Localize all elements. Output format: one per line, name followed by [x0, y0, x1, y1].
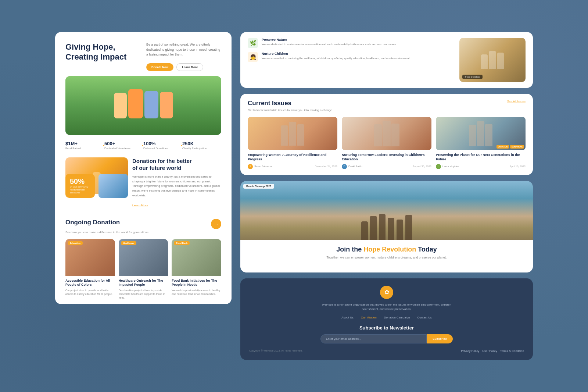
- hero-section: Giving Hope, Creating Impact Be a part o…: [65, 42, 221, 135]
- card-image-2: Healthcare: [119, 239, 168, 276]
- author-name-2: David Smith: [348, 165, 362, 168]
- card-tag-1: Education: [68, 241, 83, 245]
- issue-image-1: [248, 117, 337, 150]
- issue-title-3: Preserving the Planet for Our Next Gener…: [436, 153, 526, 161]
- kid-figure-2: [128, 89, 143, 118]
- stat-fund-raised: $1M+ Fund Raised: [65, 141, 104, 150]
- footer-link-about[interactable]: About Us: [341, 316, 354, 319]
- donation-description: WeHope is more than a charity; it's a mo…: [132, 175, 221, 198]
- cause-title-2: Nurture Children: [262, 52, 410, 56]
- page-wrapper: Giving Hope, Creating Impact Be a part o…: [55, 32, 533, 360]
- subscribe-button[interactable]: Subscribe: [427, 334, 453, 343]
- card-desc-1: Our project aims to provide worldwide ac…: [65, 289, 115, 296]
- user-policy-link[interactable]: User Policy: [482, 349, 497, 353]
- hero-title: Giving Hope, Creating Impact: [65, 42, 140, 71]
- donation-card-1: Education Accessible Education for All P…: [65, 239, 115, 304]
- footer-link-donation[interactable]: Donation Campaign: [384, 316, 410, 319]
- cause-item-1: 🌿 Preserve Nature We are dedicated to en…: [248, 38, 453, 48]
- privacy-policy-link[interactable]: Privacy Policy: [461, 349, 479, 353]
- issue-author-2: D David Smith August 30, 2023: [342, 164, 431, 169]
- cause-text-2: Nurture Children We are committed to nur…: [262, 52, 410, 61]
- ongoing-section: Ongoing Donation → See how you can make …: [65, 219, 221, 304]
- donation-right: Donation for the better of our future wo…: [132, 157, 221, 208]
- card-image-3: Food Bank: [172, 239, 221, 276]
- next-arrow-button[interactable]: →: [211, 219, 221, 229]
- cause-text-1: Preserve Nature We are dedicated to envi…: [262, 38, 397, 47]
- issue-card-1: Empowering Women: A Journey of Resilienc…: [248, 117, 337, 169]
- issue-title-1: Empowering Women: A Journey of Resilienc…: [248, 153, 337, 161]
- hero-image-content: [65, 76, 221, 135]
- card-body-1: Accessible Education for All People of C…: [65, 276, 115, 300]
- learn-more-hero-button[interactable]: Learn More: [176, 63, 203, 71]
- see-all-issues-link[interactable]: See All Issues: [507, 100, 526, 103]
- issues-card: Current Issues See All Issues Get to kno…: [240, 94, 533, 175]
- stat-charity: 250K Charity Participation: [182, 141, 221, 150]
- card-desc-3: We work to provide daily access to healt…: [172, 289, 221, 296]
- newsletter-email-input[interactable]: [320, 334, 427, 343]
- cta-subtitle: Together, we can empower women, nurture …: [248, 256, 526, 259]
- donation-title-line1: Donation for the better: [132, 158, 192, 164]
- cta-heading: Join the Hope Revolution Today: [248, 246, 526, 253]
- hero-top: Giving Hope, Creating Impact Be a part o…: [65, 42, 221, 71]
- card-image-1: Education: [65, 239, 115, 276]
- ongoing-title: Ongoing Donation: [65, 219, 120, 226]
- percent-value: 50%: [70, 177, 85, 186]
- wehope-logo-icon: ✿: [384, 289, 389, 296]
- nurture-children-icon: 👧: [248, 52, 258, 62]
- percent-badge: 50% Of your community needs financial as…: [65, 174, 95, 198]
- food-donation-image: Food Donation: [459, 38, 526, 82]
- card-desc-2: Our donation project strives to provide …: [119, 289, 168, 299]
- donation-title: Donation for the better of our future wo…: [132, 157, 221, 172]
- card-tag-2: Healthcare: [121, 241, 137, 245]
- beach-cleanup-image: Beach Cleanup 2023: [240, 181, 533, 240]
- cause-desc-1: We are dedicated to environmental conser…: [262, 43, 397, 47]
- issue-card-3: DONATION DONATIONS Preserving the Planet…: [436, 117, 526, 169]
- newsletter-title: Subscribe to Newsletter: [249, 325, 524, 331]
- left-panel: Giving Hope, Creating Impact Be a part o…: [55, 32, 232, 304]
- beach-people: [361, 214, 412, 240]
- footer-link-contact[interactable]: Contact Us: [417, 316, 432, 319]
- donation-cards: Education Accessible Education for All P…: [65, 239, 221, 304]
- hero-image: [65, 76, 221, 135]
- ongoing-header: Ongoing Donation →: [65, 219, 221, 229]
- author-date-3: April 10, 2023: [510, 165, 526, 168]
- issue-image-3: DONATION DONATIONS: [436, 117, 526, 150]
- issue-author-3: L Laura Hopkins April 10, 2023: [436, 164, 526, 169]
- author-avatar-3: L: [436, 164, 441, 169]
- hero-desc: Be a part of something great. We are utt…: [146, 42, 221, 71]
- card-title-2: Healthcare Outreach for The Impacted Peo…: [119, 279, 168, 287]
- kid-figure-1: [114, 93, 127, 118]
- footer-card: ✿ WeHope is a non-profit organization th…: [240, 278, 533, 360]
- footer-terms-links: Privacy Policy User Policy Terms & Condi…: [461, 349, 524, 353]
- donation-box-label-1: DONATION: [496, 145, 509, 149]
- footer-description: WeHope is a non-profit organization that…: [317, 303, 456, 311]
- ongoing-subtitle: See how you can make a difference in the…: [65, 231, 221, 234]
- donation-learn-more-button[interactable]: Learn More: [132, 204, 148, 207]
- author-date-1: December 24, 2023: [315, 165, 337, 168]
- footer-link-mission[interactable]: Our Mission: [361, 316, 377, 319]
- footer-logo: ✿: [380, 286, 393, 299]
- donation-left: 50% Of your community needs financial as…: [65, 157, 128, 194]
- issue-title-2: Nurturing Tomorrow Leaders: Investing in…: [342, 153, 431, 161]
- cta-content: Join the Hope Revolution Today Together,…: [240, 240, 533, 272]
- issues-title: Current Issues: [248, 100, 291, 107]
- preserve-nature-icon: 🌿: [248, 38, 258, 48]
- beach-cleanup-tag: Beach Cleanup 2023: [243, 184, 274, 189]
- card-tag-3: Food Bank: [174, 241, 190, 245]
- author-date-2: August 30, 2023: [413, 165, 431, 168]
- footer-bottom: Copyright © WeHope 2023. All rights rese…: [249, 349, 524, 353]
- terms-condition-link[interactable]: Terms & Condition: [500, 349, 524, 353]
- stat-volunteers: 500+ Dedicated Volunteers: [104, 141, 143, 150]
- donation-title-line2: of our future world: [132, 165, 181, 171]
- author-avatar-2: D: [342, 164, 347, 169]
- cause-item-2: 👧 Nurture Children We are committed to n…: [248, 52, 453, 62]
- hero-description: Be a part of something great. We are utt…: [146, 42, 221, 57]
- author-name-3: Laura Hopkins: [442, 165, 459, 168]
- cause-title-1: Preserve Nature: [262, 38, 397, 42]
- percent-label: Of your community needs financial assist…: [70, 186, 90, 194]
- kid-figure-3: [144, 91, 158, 118]
- donate-now-button[interactable]: Donate Now: [146, 63, 173, 71]
- card-body-2: Healthcare Outreach for The Impacted Peo…: [119, 276, 168, 304]
- issue-image-2: [342, 117, 431, 150]
- card-body-3: Food Bank Initiatives for The People In …: [172, 276, 221, 300]
